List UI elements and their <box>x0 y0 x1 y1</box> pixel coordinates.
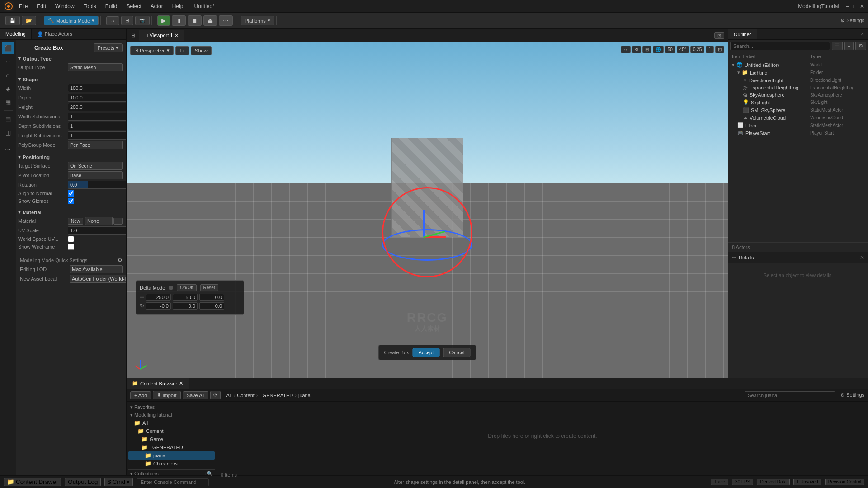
depth-input[interactable] <box>68 94 126 102</box>
outliner-filter-btn[interactable]: ☰ <box>832 42 843 50</box>
console-command-input[interactable] <box>137 478 209 486</box>
output-type-header[interactable]: ▾ Output Type <box>18 56 123 61</box>
viewport-tab-close[interactable]: ✕ <box>175 33 179 38</box>
menu-window[interactable]: Window <box>53 2 76 10</box>
material-select[interactable]: None <box>85 217 113 225</box>
tree-item-4[interactable]: 🌤 SkyAtmosphere SkyAtmosphere <box>728 91 868 99</box>
quick-settings-gear-btn[interactable]: ⚙ <box>118 257 123 263</box>
target-surface-select[interactable]: On Scene <box>68 162 123 170</box>
cb-settings-btn[interactable]: ⚙ Settings <box>840 392 864 398</box>
toolbar-transform-btn[interactable]: ↔ <box>106 16 119 25</box>
derived-data-btn[interactable]: Derived Data <box>757 479 789 485</box>
menu-help[interactable]: Help <box>170 2 185 10</box>
eject-btn[interactable]: ⏏ <box>203 15 217 26</box>
vp-world-btn[interactable]: 🌐 <box>653 46 664 53</box>
tree-item-2[interactable]: ☀ DirectionalLight DirectionalLight <box>728 76 868 84</box>
depth-sub-input[interactable] <box>68 122 126 130</box>
pause-btn[interactable]: ⏸ <box>172 15 186 26</box>
cb-tree-characters[interactable]: 📁 Characters <box>128 460 215 468</box>
tool-attrib[interactable]: ▤ <box>2 113 14 125</box>
show-wireframe-checkbox[interactable] <box>68 244 74 250</box>
cb-tree-game[interactable]: 📁 Game <box>128 435 215 443</box>
vp-cam-speed-btn[interactable]: 50 <box>665 46 675 53</box>
cb-tree-content[interactable]: 📁 Content <box>128 427 215 435</box>
width-sub-input[interactable] <box>68 113 126 121</box>
lit-btn[interactable]: Lit <box>175 46 189 55</box>
output-log-btn[interactable]: Output Log <box>65 478 101 486</box>
close-btn[interactable]: ✕ <box>860 3 864 9</box>
cancel-btn[interactable]: Cancel <box>443 348 470 357</box>
presets-btn[interactable]: Presets ▾ <box>94 43 123 52</box>
breadcrumb-content[interactable]: Content <box>237 393 255 398</box>
stop-btn[interactable]: ⏹ <box>188 15 202 26</box>
menu-build[interactable]: Build <box>104 2 119 10</box>
shape-header[interactable]: ▾ Shape <box>18 76 123 82</box>
delta-reset-btn[interactable]: Reset <box>200 284 218 291</box>
vp-maximize-btn[interactable]: ⊡ <box>715 46 724 53</box>
toolbar-snap-btn[interactable]: ⊞ <box>121 16 133 25</box>
editing-lod-select[interactable]: Max Available <box>70 265 123 273</box>
viewport-grid-icon[interactable]: ⊞ <box>127 29 139 42</box>
tool-misc[interactable]: ⋯ <box>2 143 14 155</box>
play-btn[interactable]: ▶ <box>157 15 170 26</box>
tree-item-6[interactable]: ⬛ SM_SkySphere StaticMeshActor <box>728 106 868 114</box>
vp-translate-btn[interactable]: ↔ <box>621 46 631 53</box>
material-browse-btn[interactable]: ⋯ <box>113 218 123 225</box>
settings-btn[interactable]: ⚙ Settings <box>840 18 864 23</box>
new-asset-local-select[interactable]: AutoGen Folder (World-Rela... <box>70 275 126 283</box>
platforms-btn[interactable]: Platforms ▾ <box>241 16 274 25</box>
details-close-btn[interactable]: ✕ <box>860 254 864 261</box>
tool-model[interactable]: ◈ <box>2 82 14 95</box>
tool-deform[interactable]: ⌂ <box>2 69 14 81</box>
toolbar-camera-btn[interactable]: 📷 <box>135 16 150 25</box>
collections-add-btn[interactable]: + <box>204 471 207 476</box>
toolbar-save-btn[interactable]: 💾 <box>5 16 20 25</box>
tree-item-1[interactable]: ▾ 📁 Lighting Folder <box>728 69 868 76</box>
breadcrumb-generated[interactable]: _GENERATED <box>260 393 293 398</box>
show-gizmos-checkbox[interactable] <box>68 198 74 204</box>
height-sub-input[interactable] <box>68 131 126 140</box>
polygroup-select[interactable]: Per Face <box>68 141 123 149</box>
tool-uvs[interactable]: ◫ <box>2 126 14 139</box>
cb-save-all-btn[interactable]: Save All <box>183 391 209 399</box>
outliner-add-btn[interactable]: + <box>844 42 854 50</box>
rotation-input[interactable] <box>68 181 126 189</box>
tree-item-0[interactable]: ▾ 🌐 Untitled (Editor) World <box>728 61 868 69</box>
tree-item-7[interactable]: ☁ VolumetricCloud VolumetricCloud <box>728 114 868 122</box>
menu-actor[interactable]: Actor <box>149 2 165 10</box>
delta-toggle-btn[interactable]: On/Off <box>177 284 196 291</box>
minimize-btn[interactable]: – <box>846 3 849 9</box>
viewport-tab-1[interactable]: □ Viewport 1 ✕ <box>139 30 184 41</box>
content-browser-search[interactable] <box>745 391 835 399</box>
show-btn[interactable]: Show <box>191 46 212 55</box>
cb-import-btn[interactable]: ⬇ Import <box>153 391 180 399</box>
positioning-header[interactable]: ▾ Positioning <box>18 154 123 160</box>
maximize-btn[interactable]: □ <box>853 3 856 9</box>
align-to-normal-checkbox[interactable] <box>68 190 74 197</box>
world-space-uv-checkbox[interactable] <box>68 236 74 242</box>
vp-rotate-btn[interactable]: ↻ <box>632 46 641 53</box>
tab-outliner[interactable]: Outliner <box>728 29 757 39</box>
outliner-search-input[interactable] <box>730 42 830 50</box>
material-header[interactable]: ▾ Material <box>18 209 123 215</box>
tab-content-browser[interactable]: 📁 Content Browser ✕ <box>127 378 189 389</box>
toolbar-open-btn[interactable]: 📂 <box>22 16 36 25</box>
trace-btn[interactable]: Trace <box>711 479 728 485</box>
collections-search-btn[interactable]: 🔍 <box>207 471 213 477</box>
vp-scale-btn[interactable]: ⊞ <box>642 46 651 53</box>
cb-tree-all[interactable]: 📁 All <box>128 419 215 427</box>
project-header[interactable]: ▾ ModellingTutorial <box>128 411 215 419</box>
tree-item-3[interactable]: 🌫 ExponentialHeightFog ExponentialHeight… <box>728 84 868 91</box>
material-new-btn[interactable]: New <box>68 218 83 225</box>
tree-item-8[interactable]: ⬜ Floor StaticMeshActor <box>728 122 868 129</box>
tree-item-5[interactable]: 💡 SkyLight SkyLight <box>728 99 868 106</box>
menu-select[interactable]: Select <box>124 2 143 10</box>
content-drawer-btn[interactable]: 📁 Content Drawer <box>4 478 61 486</box>
favorites-header[interactable]: ▾ Favorites <box>128 404 215 411</box>
menu-edit[interactable]: Edit <box>35 2 48 10</box>
width-input[interactable] <box>68 84 126 92</box>
output-type-select[interactable]: Static Mesh <box>68 63 123 71</box>
cb-add-btn[interactable]: + Add <box>130 391 151 399</box>
cb-tree-generated[interactable]: 📁 _GENERATED <box>128 443 215 451</box>
perspective-btn[interactable]: ⊡ Perspective ▾ <box>130 46 174 55</box>
